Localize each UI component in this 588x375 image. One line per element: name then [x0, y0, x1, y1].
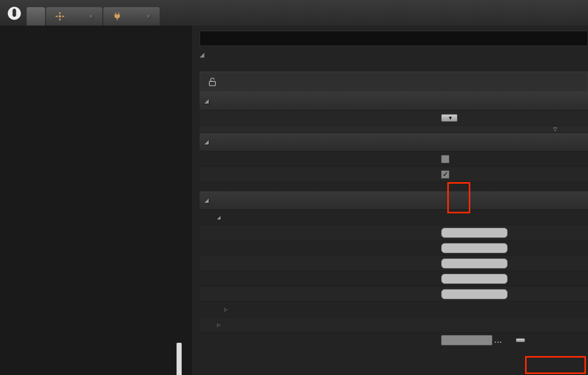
expand-advanced[interactable]: ▽: [200, 126, 588, 133]
tabs-bar: × ×: [0, 0, 588, 26]
caret-down-icon: ▼: [448, 115, 453, 121]
collapse-icon[interactable]: ◢: [200, 51, 204, 58]
unreal-logo-icon: [3, 1, 26, 26]
generate-new-button[interactable]: [516, 338, 525, 342]
input-signing-certificate[interactable]: [441, 335, 492, 345]
label-neutral-resources[interactable]: ◢: [200, 215, 440, 220]
chevron-down-icon: ◢: [205, 98, 209, 104]
input-publisher-display-name[interactable]: [441, 243, 508, 253]
section-hololens[interactable]: ◢: [200, 133, 588, 151]
label-localized-resources[interactable]: ▷: [200, 322, 440, 327]
plug-icon: [113, 12, 122, 21]
chevron-right-icon: ▷: [217, 322, 221, 327]
svg-point-0: [59, 15, 61, 18]
checkbox-build-emulation[interactable]: [441, 155, 449, 163]
tab-project-settings[interactable]: ×: [46, 7, 102, 26]
sidebar: [0, 26, 192, 375]
chevron-down-icon: ◢: [205, 139, 209, 145]
svg-rect-1: [209, 81, 215, 85]
gear-icon: [55, 12, 64, 21]
unlock-icon: [207, 77, 217, 87]
dropdown-target-device-family[interactable]: ▼: [441, 114, 458, 122]
scrollbar[interactable]: [177, 343, 182, 375]
writable-banner: [200, 72, 588, 92]
input-application-description[interactable]: [441, 289, 508, 299]
close-icon[interactable]: ×: [146, 12, 150, 20]
label-images[interactable]: ▷: [200, 307, 440, 312]
ellipsis-button[interactable]: ...: [494, 336, 503, 344]
chevron-down-icon: ◢: [217, 215, 221, 220]
section-os-info[interactable]: ◢: [200, 92, 588, 111]
checkbox-build-device[interactable]: [441, 170, 449, 179]
chevron-down-icon: ▽: [553, 126, 557, 132]
input-package-description[interactable]: [441, 258, 508, 269]
page-subtitle: [192, 60, 588, 72]
input-package-display-name[interactable]: [441, 228, 508, 238]
input-application-display-name[interactable]: [441, 274, 508, 284]
tab-main[interactable]: [27, 7, 45, 26]
close-icon[interactable]: ×: [89, 12, 93, 20]
chevron-right-icon: ▷: [224, 307, 228, 312]
section-packaging[interactable]: ◢: [200, 191, 588, 210]
chevron-down-icon: ◢: [205, 197, 209, 203]
detail-panel: ◢ ◢ ▼ ▽: [192, 26, 588, 375]
sidebar-heading-platforms: [0, 31, 192, 47]
tab-plugins[interactable]: ×: [103, 7, 160, 26]
search-input[interactable]: [200, 31, 588, 46]
